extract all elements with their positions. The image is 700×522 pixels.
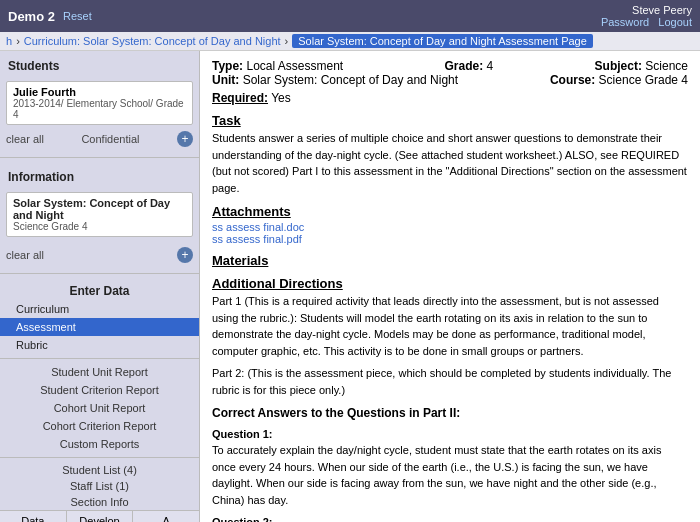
required-label: Required: bbox=[212, 91, 268, 105]
required-row: Required: Yes bbox=[212, 91, 688, 105]
subject-value: Science bbox=[645, 59, 688, 73]
header-right: Steve Peery Password Logout bbox=[601, 4, 692, 28]
unit-value: Solar System: Concept of Day and Night bbox=[243, 73, 458, 87]
bottom-tabs: Data Develop A bbox=[0, 510, 199, 522]
add-info-button[interactable]: + bbox=[177, 247, 193, 263]
subject-label: Subject: bbox=[595, 59, 642, 73]
reset-link[interactable]: Reset bbox=[63, 10, 92, 22]
correct-answers-title: Correct Answers to the Questions in Part… bbox=[212, 406, 688, 420]
required-value: Yes bbox=[271, 91, 291, 105]
tab-a[interactable]: A bbox=[133, 511, 199, 522]
main-layout: Students Julie Fourth 2013-2014/ Element… bbox=[0, 51, 700, 522]
section-info[interactable]: Section Info bbox=[0, 494, 199, 510]
password-link[interactable]: Password bbox=[601, 16, 649, 28]
logout-link[interactable]: Logout bbox=[658, 16, 692, 28]
info-item-solar: Solar System: Concept of Day and Night S… bbox=[6, 192, 193, 237]
part2-text: Part 2: (This is the assessment piece, w… bbox=[212, 367, 671, 396]
sidebar: Students Julie Fourth 2013-2014/ Element… bbox=[0, 51, 200, 522]
clear-row: clear all Confidential + bbox=[0, 129, 199, 149]
app-header: Demo 2 Reset Steve Peery Password Logout bbox=[0, 0, 700, 32]
information-header: Information bbox=[0, 166, 199, 188]
clear-all-link[interactable]: clear all bbox=[6, 133, 44, 145]
breadcrumb-sep2: › bbox=[285, 35, 289, 47]
unit-course-row: Unit: Solar System: Concept of Day and N… bbox=[212, 73, 688, 87]
students-section: Students Julie Fourth 2013-2014/ Element… bbox=[0, 51, 199, 153]
tab-data[interactable]: Data bbox=[0, 511, 67, 522]
lists-section: Student List (4) Staff List (1) Section … bbox=[0, 462, 199, 510]
breadcrumb-curriculum[interactable]: Curriculum: Solar System: Concept of Day… bbox=[24, 35, 281, 47]
content-area: Type: Local Assessment Grade: 4 Subject:… bbox=[200, 51, 700, 522]
confidential-label: Confidential bbox=[81, 133, 139, 145]
question2-header: Question 2: bbox=[212, 516, 688, 522]
grade-label: Grade: bbox=[445, 59, 484, 73]
attachment-pdf[interactable]: ss assess final.pdf bbox=[212, 233, 688, 245]
student-box: Julie Fourth 2013-2014/ Elementary Schoo… bbox=[6, 81, 193, 125]
report-cohort-criterion[interactable]: Cohort Criterion Report bbox=[0, 417, 199, 435]
menu-assessment[interactable]: Assessment bbox=[0, 318, 199, 336]
divider-3 bbox=[0, 358, 199, 359]
grade-value: 4 bbox=[487, 59, 494, 73]
report-student-criterion[interactable]: Student Criterion Report bbox=[0, 381, 199, 399]
info-clear-row: clear all + bbox=[0, 245, 199, 265]
task-title: Task bbox=[212, 113, 688, 128]
menu-curriculum[interactable]: Curriculum bbox=[0, 300, 199, 318]
question1-body: To accurately explain the day/night cycl… bbox=[212, 442, 688, 508]
enter-data-menu: Curriculum Assessment Rubric bbox=[0, 300, 199, 354]
part1-text: Part 1 (This is a required activity that… bbox=[212, 295, 659, 357]
attachment-doc[interactable]: ss assess final.doc bbox=[212, 221, 688, 233]
tab-develop[interactable]: Develop bbox=[67, 511, 134, 522]
materials-title: Materials bbox=[212, 253, 688, 268]
breadcrumb-sep1: › bbox=[16, 35, 20, 47]
course-label: Course: bbox=[550, 73, 595, 87]
app-title: Demo 2 bbox=[8, 9, 55, 24]
part1-body: Part 1 (This is a required activity that… bbox=[212, 293, 688, 359]
report-cohort-unit[interactable]: Cohort Unit Report bbox=[0, 399, 199, 417]
report-student-unit[interactable]: Student Unit Report bbox=[0, 363, 199, 381]
enter-data-header: Enter Data bbox=[0, 278, 199, 300]
additional-directions-title: Additional Directions bbox=[212, 276, 688, 291]
info-item-sub: Science Grade 4 bbox=[13, 221, 186, 232]
type-label: Type: bbox=[212, 59, 243, 73]
reports-section: Student Unit Report Student Criterion Re… bbox=[0, 363, 199, 453]
breadcrumb: h › Curriculum: Solar System: Concept of… bbox=[0, 32, 700, 51]
add-student-button[interactable]: + bbox=[177, 131, 193, 147]
info-item-title: Solar System: Concept of Day and Night bbox=[13, 197, 186, 221]
attachments-title: Attachments bbox=[212, 204, 688, 219]
task-body: Students answer a series of multiple cho… bbox=[212, 130, 688, 196]
divider-1 bbox=[0, 157, 199, 158]
course-value: Science Grade 4 bbox=[599, 73, 688, 87]
header-left: Demo 2 Reset bbox=[8, 9, 92, 24]
divider-2 bbox=[0, 273, 199, 274]
divider-4 bbox=[0, 457, 199, 458]
user-name: Steve Peery bbox=[632, 4, 692, 16]
grade-field: Grade: 4 bbox=[445, 59, 494, 73]
staff-list[interactable]: Staff List (1) bbox=[0, 478, 199, 494]
type-value: Local Assessment bbox=[246, 59, 343, 73]
student-details: 2013-2014/ Elementary School/ Grade 4 bbox=[13, 98, 186, 120]
students-header: Students bbox=[0, 55, 199, 77]
part2-body: Part 2: (This is the assessment piece, w… bbox=[212, 365, 688, 398]
type-grade-subject-row: Type: Local Assessment Grade: 4 Subject:… bbox=[212, 59, 688, 73]
type-field: Type: Local Assessment bbox=[212, 59, 343, 73]
student-list[interactable]: Student List (4) bbox=[0, 462, 199, 478]
breadcrumb-home[interactable]: h bbox=[6, 35, 12, 47]
subject-field: Subject: Science bbox=[595, 59, 688, 73]
student-name: Julie Fourth bbox=[13, 86, 186, 98]
course-field: Course: Science Grade 4 bbox=[550, 73, 688, 87]
report-custom[interactable]: Custom Reports bbox=[0, 435, 199, 453]
info-items: Solar System: Concept of Day and Night S… bbox=[0, 188, 199, 245]
info-clear-link[interactable]: clear all bbox=[6, 249, 44, 261]
unit-label: Unit: bbox=[212, 73, 239, 87]
unit-field: Unit: Solar System: Concept of Day and N… bbox=[212, 73, 458, 87]
attachments-list: ss assess final.doc ss assess final.pdf bbox=[212, 221, 688, 245]
menu-rubric[interactable]: Rubric bbox=[0, 336, 199, 354]
question1-header: Question 1: bbox=[212, 428, 688, 440]
information-section: Information Solar System: Concept of Day… bbox=[0, 162, 199, 269]
enter-data-section: Enter Data Curriculum Assessment Rubric bbox=[0, 278, 199, 354]
breadcrumb-active: Solar System: Concept of Day and Night A… bbox=[292, 34, 593, 48]
